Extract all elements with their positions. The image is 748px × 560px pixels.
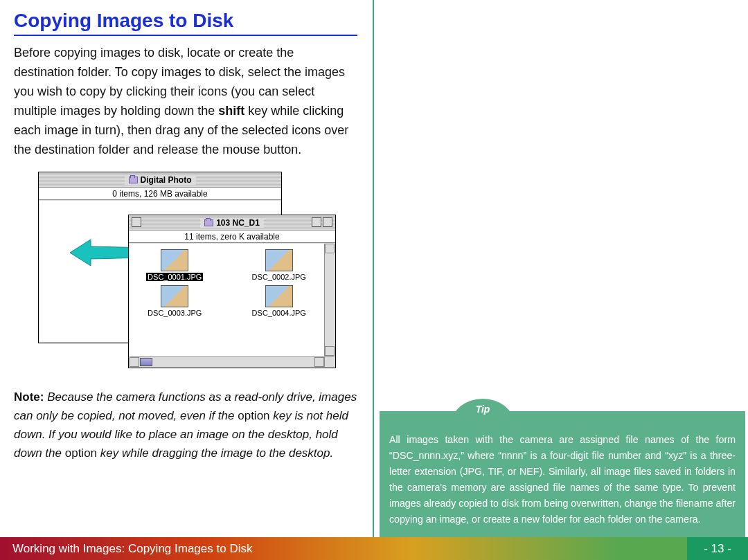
file-label: DSC_0004.JPG: [252, 309, 306, 317]
footer-breadcrumb: Working with Images: Copying Images to D…: [0, 537, 687, 560]
note-part-c: key while dragging the image to the desk…: [97, 446, 333, 460]
file-item[interactable]: DSC_0003.JPG: [136, 285, 213, 317]
zoom-icon[interactable]: [312, 217, 321, 227]
page-footer: Working with Images: Copying Images to D…: [0, 537, 748, 560]
horizontal-scrollbar[interactable]: [130, 356, 335, 367]
option-key-label: option: [238, 409, 269, 422]
file-label: DSC_0003.JPG: [148, 309, 202, 317]
thumbnail-icon: [265, 249, 293, 271]
collapse-icon[interactable]: [323, 217, 332, 227]
source-window: 103 NC_D1 11 items, zero K available DSC…: [128, 215, 336, 368]
tip-text: All images taken with the camera are ass…: [389, 434, 736, 525]
tip-tab-label: Tip: [452, 399, 514, 424]
file-label: DSC_0001.JPG: [146, 273, 203, 281]
shift-key-label: shift: [218, 104, 244, 118]
close-icon[interactable]: [132, 217, 141, 227]
file-label: DSC_0002.JPG: [252, 273, 306, 281]
intro-paragraph: Before copying images to disk, locate or…: [14, 43, 357, 159]
src-window-titlebar: 103 NC_D1: [129, 215, 335, 231]
dest-window-titlebar: Digital Photo: [39, 172, 281, 188]
option-key-label: option: [65, 446, 97, 460]
file-item[interactable]: DSC_0001.JPG: [136, 249, 213, 281]
file-item[interactable]: DSC_0002.JPG: [241, 249, 318, 281]
note-paragraph: Note: Because the camera functions as a …: [14, 388, 357, 462]
page-number: - 13 -: [687, 537, 748, 560]
folder-icon: [204, 219, 213, 226]
thumbnail-icon: [265, 285, 293, 307]
file-item[interactable]: DSC_0004.JPG: [241, 285, 318, 317]
tip-box: Tip All images taken with the camera are…: [380, 411, 745, 537]
drag-figure: Digital Photo 0 items, 126 MB available …: [38, 172, 344, 372]
src-window-title: 103 NC_D1: [216, 218, 260, 228]
resize-handle[interactable]: [324, 356, 335, 367]
thumbnail-icon: [161, 249, 188, 271]
dest-window-title: Digital Photo: [141, 175, 192, 185]
note-label: Note:: [14, 390, 44, 404]
folder-icon: [129, 177, 138, 183]
src-window-status: 11 items, zero K available: [129, 231, 335, 243]
vertical-scrollbar[interactable]: [324, 244, 335, 356]
dest-window-status: 0 items, 126 MB available: [39, 188, 281, 200]
thumbnail-icon: [161, 285, 188, 307]
page-heading: Copying Images to Disk: [14, 10, 357, 36]
